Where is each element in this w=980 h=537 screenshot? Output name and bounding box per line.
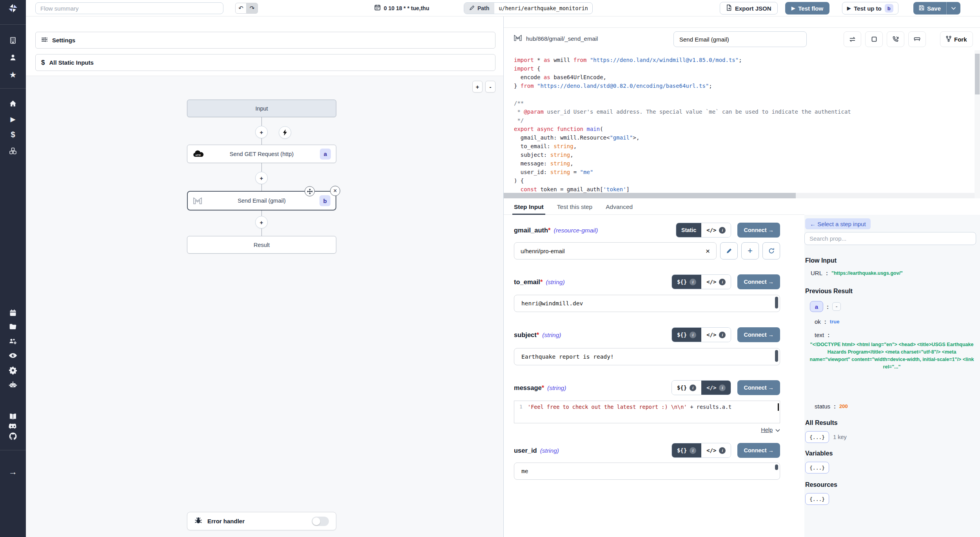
message-code-editor[interactable]: 1 'Feel free to check out the latest rep… <box>514 401 780 423</box>
flow-summary-input[interactable] <box>35 2 223 14</box>
info-icon[interactable]: i <box>719 227 726 234</box>
calendar-icon[interactable] <box>9 309 17 317</box>
user-icon[interactable] <box>9 54 17 62</box>
select-step-input-pill[interactable]: ← Select a step input <box>805 218 871 229</box>
flow-node-input[interactable]: Input <box>187 100 336 117</box>
add-resource-plus-icon[interactable]: + <box>741 242 759 259</box>
prop-search-input[interactable] <box>804 232 976 245</box>
input-scroll-thumb[interactable] <box>775 464 778 470</box>
path-chip[interactable]: Path u/henri/earthquake_monitorin <box>464 2 593 14</box>
expand-object-button[interactable]: {...} <box>805 493 829 505</box>
export-json-button[interactable]: Export JSON <box>720 2 778 15</box>
gear-icon[interactable] <box>9 366 17 375</box>
flow-node-send-get-request[interactable]: HTTP Send GET Request (http) a <box>187 145 336 163</box>
subject-input[interactable]: Earthquake report is ready! <box>514 348 780 365</box>
resource-input[interactable]: u/henri/pro-email × <box>514 242 717 259</box>
play-icon[interactable]: ▶ <box>10 116 15 123</box>
info-icon[interactable]: i <box>690 385 696 391</box>
flow-input-url-row[interactable]: URL : "https://earthquake.usgs.gov/" <box>811 270 903 276</box>
expand-object-button[interactable]: {...} <box>805 462 829 474</box>
folder-icon[interactable] <box>9 323 17 331</box>
bench-icon[interactable] <box>908 31 926 47</box>
connect-button[interactable]: Connect → <box>737 274 780 289</box>
scrollbar-thumb[interactable] <box>975 54 980 94</box>
step-name-input[interactable] <box>673 31 807 47</box>
redo-icon[interactable]: ↷ <box>247 3 258 14</box>
clear-x-icon[interactable]: × <box>706 247 710 255</box>
mode-template[interactable]: ${}i <box>672 328 701 342</box>
mode-javascript[interactable]: </>i <box>701 381 731 395</box>
code-editor[interactable]: import * as wmill from "https://deno.lan… <box>504 50 975 193</box>
refresh-resource-icon[interactable] <box>762 242 780 259</box>
star-icon[interactable]: ★ <box>9 71 17 79</box>
book-icon[interactable] <box>9 413 17 420</box>
info-icon[interactable]: i <box>719 332 726 338</box>
mode-static[interactable]: Static <box>676 223 701 237</box>
mode-javascript[interactable]: </>i <box>701 223 731 237</box>
delete-step-icon[interactable]: × <box>330 186 340 196</box>
github-icon[interactable] <box>9 432 17 441</box>
arrow-right-icon[interactable]: → <box>9 468 17 476</box>
error-handler-toggle[interactable] <box>312 517 329 526</box>
to-email-input[interactable]: henri@windmill.dev <box>514 295 780 312</box>
robot-icon[interactable] <box>9 381 17 389</box>
zoom-in-button[interactable]: + <box>472 81 483 93</box>
mode-javascript[interactable]: </>i <box>701 275 731 289</box>
users-gear-icon[interactable] <box>9 337 17 345</box>
flow-settings-button[interactable]: Settings <box>35 32 495 49</box>
path-edit-segment[interactable]: Path <box>464 3 494 14</box>
connect-button[interactable]: Connect → <box>737 380 780 395</box>
add-step-icon[interactable]: + <box>255 172 268 184</box>
undo-icon[interactable]: ↶ <box>235 3 247 14</box>
swap-sync-icon[interactable] <box>844 31 861 47</box>
info-icon[interactable]: i <box>719 385 726 391</box>
info-icon[interactable]: i <box>690 279 696 285</box>
fork-button[interactable]: Fork <box>940 31 973 47</box>
save-button[interactable]: Save <box>913 2 946 15</box>
zoom-out-button[interactable]: - <box>485 81 495 93</box>
flow-canvas[interactable]: + - Input + HTTP Send GET Request (http)… <box>26 76 503 537</box>
input-scroll-thumb[interactable] <box>775 297 778 308</box>
move-step-icon[interactable] <box>305 186 315 196</box>
save-dropdown-button[interactable] <box>946 2 960 15</box>
trigger-lightning-icon[interactable] <box>279 126 291 139</box>
home-icon[interactable] <box>9 100 17 107</box>
add-step-icon[interactable]: + <box>255 216 268 229</box>
discord-icon[interactable] <box>9 423 17 430</box>
collapse-button[interactable]: - <box>832 302 841 311</box>
input-scroll-thumb[interactable] <box>775 350 778 362</box>
edit-resource-pencil-icon[interactable] <box>720 242 738 259</box>
flow-node-result[interactable]: Result <box>187 236 336 254</box>
text-row[interactable]: text : <box>815 332 829 338</box>
cubes-icon[interactable] <box>9 147 17 155</box>
windmill-logo[interactable] <box>8 3 18 13</box>
text-value[interactable]: "<!DOCTYPE html> <html lang="en"> <head>… <box>807 341 977 371</box>
square-stop-icon[interactable] <box>865 31 883 47</box>
tab-step-input[interactable]: Step Input <box>514 199 544 214</box>
info-icon[interactable]: i <box>690 332 696 338</box>
mode-template[interactable]: ${}i <box>672 443 701 457</box>
result-badge-a[interactable]: a <box>810 301 823 312</box>
code-horizontal-scrollbar[interactable] <box>504 193 975 198</box>
tab-test-this-step[interactable]: Test this step <box>557 199 592 214</box>
mode-javascript[interactable]: </>i <box>701 443 731 457</box>
user-id-input[interactable]: me <box>514 463 780 480</box>
path-value[interactable]: u/henri/earthquake_monitorin <box>494 3 592 14</box>
tab-advanced[interactable]: Advanced <box>606 199 633 214</box>
error-handler-node[interactable]: Error handler <box>187 512 336 530</box>
info-icon[interactable]: i <box>719 447 726 454</box>
expand-object-button[interactable]: {...} <box>805 431 829 443</box>
test-flow-button[interactable]: ▶ Test flow <box>785 2 829 15</box>
mode-template[interactable]: ${}i <box>672 381 701 395</box>
connect-button[interactable]: Connect → <box>737 223 780 238</box>
ok-row[interactable]: ok : true <box>815 318 839 325</box>
connect-button[interactable]: Connect → <box>737 443 780 458</box>
message-code-line[interactable]: 'Feel free to check out the latest repor… <box>528 401 780 423</box>
dollar-icon[interactable]: $ <box>11 131 15 138</box>
info-icon[interactable]: i <box>690 447 696 454</box>
eye-icon[interactable] <box>9 352 17 359</box>
info-icon[interactable]: i <box>719 279 726 285</box>
help-expander[interactable]: Help <box>761 426 780 434</box>
all-static-inputs-button[interactable]: $ All Static Inputs <box>35 54 495 71</box>
phone-incoming-icon[interactable] <box>887 31 904 47</box>
